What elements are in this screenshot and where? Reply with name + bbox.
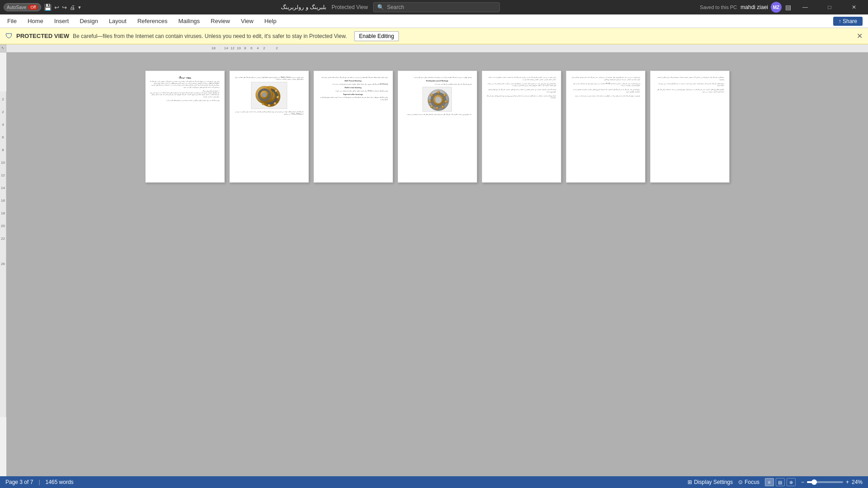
focus-icon-glyph: ⊙ bbox=[738, 479, 743, 485]
svg-point-3 bbox=[275, 90, 277, 92]
minimize-button[interactable]: — bbox=[795, 0, 816, 14]
doc-page-3: در این بخش انواع مختلف بلبرینگ های صنعتی… bbox=[313, 71, 393, 183]
svg-point-15 bbox=[262, 92, 267, 97]
customize-icon[interactable]: ▾ bbox=[78, 5, 81, 10]
svg-point-22 bbox=[436, 107, 438, 109]
focus-label: Focus bbox=[745, 479, 759, 485]
doc-page-4: در بخش چهارم به بررسی بلبرینگ های ضد زلز… bbox=[398, 71, 477, 183]
undo-icon[interactable]: ↩ bbox=[54, 4, 59, 11]
display-settings-icon[interactable]: ⊞ Display Settings bbox=[688, 479, 733, 485]
ruler-mark-2r: 2 bbox=[274, 46, 280, 50]
view-normal-icon: ≡ bbox=[768, 480, 771, 485]
autosave-toggle[interactable]: AutoSave Off bbox=[4, 3, 41, 11]
tab-design[interactable]: Design bbox=[74, 14, 103, 28]
doc-page-6: در این فصل به بررسی عمر بلبرینگ و روش ها… bbox=[566, 71, 645, 183]
word-count: 1465 words bbox=[46, 479, 74, 485]
status-bar-right: ⊞ Display Settings ⊙ Focus ≡ ▤ ⊕ − bbox=[688, 478, 863, 486]
title-bar-right: Saved to this PC mahdi ziaei MZ ▤ — □ ✕ bbox=[700, 0, 864, 14]
page-3-content: در این بخش انواع مختلف بلبرینگ های صنعتی… bbox=[318, 76, 388, 100]
tab-review[interactable]: Review bbox=[205, 14, 236, 28]
ruler-mark-8: 8 bbox=[242, 46, 248, 50]
doc-page-2: در این بخش به بررسی Thread و Radial می پ… bbox=[229, 71, 309, 183]
search-placeholder-text[interactable]: Search bbox=[387, 4, 404, 10]
page-4-content: در بخش چهارم به بررسی بلبرینگ های ضد زلز… bbox=[403, 76, 472, 115]
close-button[interactable]: ✕ bbox=[844, 0, 864, 14]
left-ruler-16: 16 bbox=[1, 194, 5, 207]
zoom-slider[interactable] bbox=[807, 481, 843, 483]
svg-point-6 bbox=[267, 104, 270, 107]
zoom-decrease-button[interactable]: − bbox=[801, 479, 804, 485]
ruler-mark-18: 18 bbox=[210, 46, 217, 50]
ruler-mark-2: 2 bbox=[261, 46, 267, 50]
left-ruler-10: 10 bbox=[1, 156, 5, 169]
protected-label: PROTECTED VIEW bbox=[16, 33, 69, 39]
display-settings-label: Display Settings bbox=[694, 479, 733, 485]
zoom-percent: 24% bbox=[852, 479, 863, 485]
tab-help[interactable]: Help bbox=[259, 14, 282, 28]
left-ruler-22: 22 bbox=[1, 232, 5, 245]
svg-point-18 bbox=[437, 91, 440, 94]
left-ruler: 2 2 4 6 8 10 12 14 16 18 20 22 26 bbox=[0, 91, 6, 417]
tab-insert[interactable]: Insert bbox=[49, 14, 75, 28]
svg-point-4 bbox=[276, 96, 279, 99]
filename: بلبرینگ و رولربرینگ bbox=[281, 4, 326, 10]
title-bar-center: بلبرینگ و رولربرینگ Protected View 🔍 Sea… bbox=[281, 2, 500, 12]
ruler-mark-10: 10 bbox=[236, 46, 242, 50]
left-ruler-26: 26 bbox=[1, 258, 5, 270]
tab-references[interactable]: References bbox=[132, 14, 173, 28]
tab-file[interactable]: File bbox=[2, 14, 22, 28]
redo-icon[interactable]: ↪ bbox=[62, 4, 67, 11]
username: mahdi ziaei bbox=[740, 4, 768, 10]
left-ruler-2a: 2 bbox=[2, 93, 4, 106]
left-ruler-18: 18 bbox=[1, 207, 5, 220]
left-ruler-8: 8 bbox=[2, 144, 4, 156]
display-settings-icon-glyph: ⊞ bbox=[688, 479, 692, 485]
view-web-button[interactable]: ⊕ bbox=[787, 478, 796, 486]
close-protected-bar-icon[interactable]: ✕ bbox=[857, 32, 863, 40]
doc-page-5: در این بخش به بررسی مکانیزم کار بلبرینگ … bbox=[482, 71, 561, 183]
zoom-slider-thumb[interactable] bbox=[811, 479, 817, 485]
tab-layout[interactable]: Layout bbox=[104, 14, 132, 28]
left-ruler-14: 14 bbox=[1, 182, 5, 194]
status-bar: Page 3 of 7 | 1465 words ⊞ Display Setti… bbox=[0, 476, 868, 488]
svg-point-27 bbox=[435, 97, 441, 103]
ruler-mark-6: 6 bbox=[248, 46, 255, 50]
zoom-increase-button[interactable]: + bbox=[846, 479, 849, 485]
svg-point-25 bbox=[431, 94, 433, 96]
print-icon[interactable]: 🖨 bbox=[70, 4, 76, 11]
enable-editing-button[interactable]: Enable Editing bbox=[354, 31, 399, 41]
tab-home[interactable]: Home bbox=[22, 14, 49, 28]
save-icon[interactable]: 💾 bbox=[44, 4, 52, 11]
left-ruler-2b: 2 bbox=[2, 106, 4, 118]
ribbon-display-icon[interactable]: ▤ bbox=[785, 4, 791, 11]
page-3-section-1: Ball Thrust Bearing bbox=[318, 80, 388, 82]
svg-point-21 bbox=[441, 105, 444, 108]
protected-view-bar: 🛡 PROTECTED VIEW Be careful—files from t… bbox=[0, 28, 868, 44]
autosave-state: Off bbox=[28, 5, 38, 10]
page-3-section-2: Roller trust bearing bbox=[318, 86, 388, 89]
pages-container: پیوند، نرمنگ در این متن توضیح داده می شو… bbox=[136, 62, 739, 192]
main-document-area[interactable]: پیوند، نرمنگ در این متن توضیح داده می شو… bbox=[6, 52, 868, 476]
maximize-button[interactable]: □ bbox=[819, 0, 840, 14]
ruler-corner-icon[interactable]: ↖ bbox=[0, 44, 6, 52]
shield-icon: 🛡 bbox=[5, 32, 13, 40]
search-box-container: 🔍 Search bbox=[373, 2, 500, 12]
svg-point-5 bbox=[274, 102, 276, 105]
focus-icon[interactable]: ⊙ Focus bbox=[738, 479, 759, 485]
search-icon: 🔍 bbox=[377, 4, 384, 10]
tab-view[interactable]: View bbox=[235, 14, 259, 28]
view-layout-button[interactable]: ▤ bbox=[776, 478, 785, 486]
zoom-area: − + 24% bbox=[801, 479, 863, 485]
view-normal-button[interactable]: ≡ bbox=[765, 478, 774, 486]
ruler-mark-space bbox=[217, 46, 223, 50]
page-4-bearing-image bbox=[422, 87, 452, 112]
page-6-content: در این فصل به بررسی عمر بلبرینگ و روش ها… bbox=[571, 76, 640, 97]
left-ruler-20: 20 bbox=[1, 220, 5, 232]
share-icon: ↑ bbox=[839, 18, 841, 24]
share-button[interactable]: ↑ Share bbox=[833, 17, 863, 26]
page-4-heading: Earthquake proof Butings bbox=[403, 80, 472, 82]
page-info: Page 3 of 7 bbox=[5, 479, 33, 485]
tab-mailings[interactable]: Mailings bbox=[173, 14, 205, 28]
doc-page-7: نتیجه گیری: بلبرینگ ها از اجزای حیاتی در… bbox=[650, 71, 730, 183]
ruler-mark-4: 4 bbox=[255, 46, 261, 50]
